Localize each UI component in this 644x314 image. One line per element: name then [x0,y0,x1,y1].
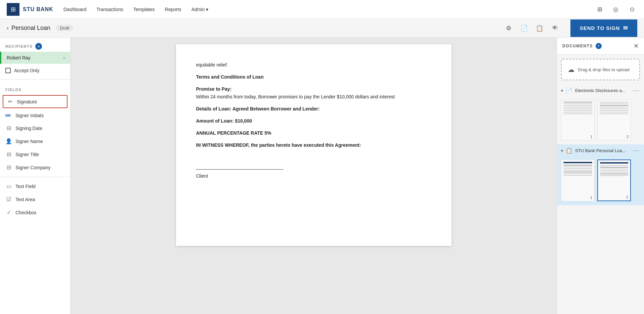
field-signer-company[interactable]: ⊟ Signer Company [0,161,70,174]
accept-only-row[interactable]: Accept Only [0,64,70,77]
checkbox-icon: ✓ [5,209,12,216]
grid-icon[interactable]: ⊞ [594,4,605,15]
doc-file-icon-2: 📋 [566,147,572,154]
doc-thumbnails-1: 1 2 [557,97,644,144]
user-icon[interactable]: ⊙ [627,4,637,15]
doc-thumb-lines-2-1 [563,162,592,198]
field-signing-date-label: Signing Date [15,126,42,131]
field-text-field[interactable]: ▭ Text Field [0,180,70,193]
doc-paragraph-3: Promise to Pay: Within 24 months from to… [196,85,431,101]
upload-text: Drag & drop files to upload [578,67,630,72]
add-recipient-button[interactable]: + [35,43,42,50]
nav-admin[interactable]: Admin ▾ [191,7,209,12]
recipient-item[interactable]: Robert Ray › [0,52,70,64]
doc-paragraph-1: equitable relief. [196,61,431,69]
doc-group-header-1[interactable]: ▾ 📄 Electronic Disclosures a... ··· [557,84,644,97]
field-signer-initials-label: Signer Initials [15,113,44,118]
settings-icon[interactable]: ⚙ [503,23,514,34]
nav-templates[interactable]: Templates [133,7,155,12]
documents-header: DOCUMENTS + ✕ [557,38,644,55]
send-to-sign-button[interactable]: SEND TO SIGN ✉ [570,19,637,37]
doc-thumb-1-page-1[interactable]: 1 [561,99,595,140]
document-area: equitable relief. Terms and Conditions o… [71,38,557,314]
doc-thumb-lines-1-2 [600,102,629,138]
doc-thumb-2-page-1[interactable]: 1 [561,160,595,201]
field-signer-title[interactable]: ⊟ Signer Title [0,148,70,161]
field-signer-initials[interactable]: RR Signer Initials [0,109,70,122]
doc-file-icon-1: 📄 [566,87,572,94]
nav-reports[interactable]: Reports [165,7,181,12]
doc-paragraph-8: Client [196,172,431,180]
globe-icon[interactable]: ◎ [610,4,621,15]
accept-only-label: Accept Only [14,68,39,73]
accept-only-checkbox[interactable] [5,68,11,73]
logo-text: STU BANK [23,6,53,12]
back-button[interactable]: ‹ [7,25,9,32]
recipient-arrow-icon: › [63,55,65,60]
doc-thumb-2-page-2[interactable]: 2 [597,160,631,201]
main-layout: RECIPIENTS + Robert Ray › Accept Only FI… [0,38,644,314]
nav-links: Dashboard Transactions Templates Reports… [63,7,594,12]
doc-thumb-lines-1-1 [563,102,592,138]
field-checkbox-label: Checkbox [15,210,36,215]
calendar-icon: ⊟ [5,125,12,131]
recipient-name: Robert Ray [7,55,31,60]
field-text-area[interactable]: ☑ Text Area [0,193,70,206]
tag-icon: ⊟ [5,151,12,158]
doc-thumb-inner-2-2 [598,160,630,200]
doc-more-options-2[interactable]: ··· [633,147,640,154]
field-signer-name-label: Signer Name [15,139,43,144]
document2-icon[interactable]: 📋 [534,23,545,34]
building-icon: ⊟ [5,164,12,171]
doc-group-name-2: STU Bank Personal Loa... [575,148,630,153]
field-signing-date[interactable]: ⊟ Signing Date [0,122,70,135]
nav-dashboard[interactable]: Dashboard [63,7,87,12]
send-icon: ✉ [623,25,628,31]
right-sidebar: DOCUMENTS + ✕ ☁ Drag & drop files to upl… [557,38,644,314]
sidebar-divider-2 [0,177,70,177]
field-signature[interactable]: ✏ Signature [3,95,68,108]
chevron-down-icon: ▾ [206,7,208,12]
doc-paragraph-6: ANNUAL PERCENTAGE RATE 5% [196,129,431,137]
upload-area[interactable]: ☁ Drag & drop files to upload [561,59,640,80]
status-badge: Draft [56,25,73,31]
left-sidebar: RECIPIENTS + Robert Ray › Accept Only FI… [0,38,71,314]
doc-group-electronic-disclosures: ▾ 📄 Electronic Disclosures a... ··· [557,84,644,144]
sidebar-divider-1 [0,79,70,80]
recipients-section-title: RECIPIENTS + [0,38,70,52]
documents-title: DOCUMENTS + [562,43,602,49]
doc-thumb-inner-2-1 [561,160,594,200]
nav-transactions[interactable]: Transactions [96,7,123,12]
page-title: Personal Loan [11,25,50,32]
document-icon[interactable]: 📄 [519,23,529,34]
nav-icons: ⊞ ◎ ⊙ [594,4,637,15]
sub-header: ‹ Personal Loan Draft ⚙ 📄 📋 👁 SEND TO SI… [0,19,644,38]
eye-icon[interactable]: 👁 [550,23,560,34]
doc-thumb-inner-1-2 [598,100,631,140]
close-documents-button[interactable]: ✕ [634,42,639,50]
doc-thumb-lines-2-2 [600,162,628,198]
text-area-icon: ☑ [5,196,12,203]
field-signer-company-label: Signer Company [15,165,50,170]
add-document-button[interactable]: + [596,43,602,49]
doc-thumb-num-1-2: 2 [627,135,629,139]
doc-group-name-1: Electronic Disclosures a... [575,88,630,93]
doc-thumb-inner-1-1 [561,100,594,140]
doc-paragraph-7: IN WITNESS WHEREOF, the parties hereto h… [196,141,431,149]
text-field-icon: ▭ [5,183,12,189]
field-checkbox[interactable]: ✓ Checkbox [0,206,70,219]
doc-more-options-1[interactable]: ··· [633,87,640,94]
document-text: equitable relief. Terms and Conditions o… [196,61,431,180]
person-icon: 👤 [5,138,12,144]
doc-group-header-2[interactable]: ▾ 📋 STU Bank Personal Loa... ··· [557,144,644,157]
doc-thumb-num-2-2: 2 [626,195,628,199]
field-signer-title-label: Signer Title [15,152,39,157]
field-signer-name[interactable]: 👤 Signer Name [0,135,70,148]
initials-icon: RR [5,114,11,118]
collapse-arrow-icon-1: ▾ [561,88,563,93]
signature-line [196,169,284,170]
document-page: equitable relief. Terms and Conditions o… [176,44,452,246]
doc-group-stu-bank: ▾ 📋 STU Bank Personal Loa... ··· [557,144,644,205]
doc-thumb-1-page-2[interactable]: 2 [597,99,631,140]
signature-icon: ✏ [7,98,13,105]
